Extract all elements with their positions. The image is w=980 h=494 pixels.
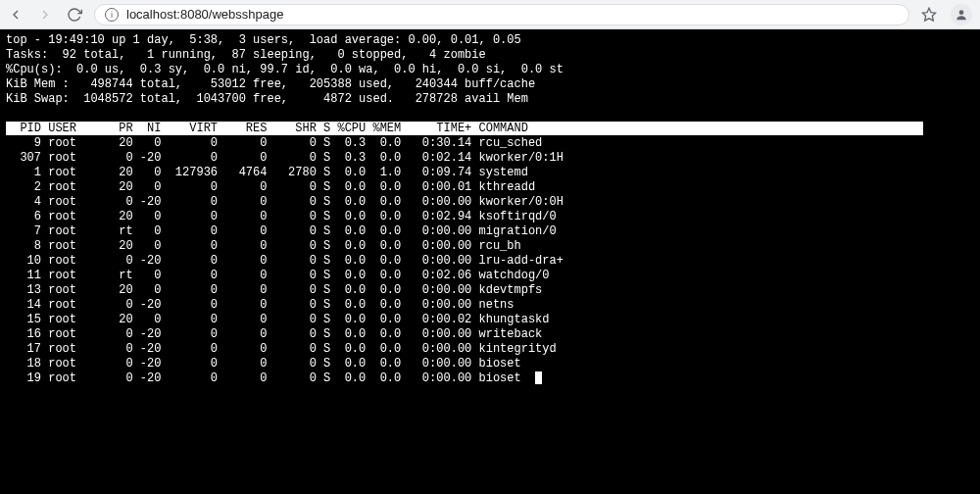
process-row: 19 root 0 -20 0 0 0 S 0.0 0.0 0:00.00 bi… — [6, 371, 521, 385]
process-row: 16 root 0 -20 0 0 0 S 0.0 0.0 0:00.00 wr… — [6, 327, 542, 341]
process-row: 9 root 20 0 0 0 0 S 0.3 0.0 0:30.14 rcu_… — [6, 136, 542, 150]
process-row: 17 root 0 -20 0 0 0 S 0.0 0.0 0:00.00 ki… — [6, 342, 557, 356]
process-row: 4 root 0 -20 0 0 0 S 0.0 0.0 0:00.00 kwo… — [6, 195, 564, 209]
process-row: 10 root 0 -20 0 0 0 S 0.0 0.0 0:00.00 lr… — [6, 254, 564, 268]
process-row: 1 root 20 0 127936 4764 2780 S 0.0 1.0 0… — [6, 166, 528, 179]
cursor — [535, 371, 542, 384]
svg-marker-0 — [922, 8, 935, 21]
process-row: 13 root 20 0 0 0 0 S 0.0 0.0 0:00.00 kde… — [6, 283, 542, 297]
process-row: 307 root 0 -20 0 0 0 S 0.3 0.0 0:02.14 k… — [6, 151, 564, 165]
address-bar[interactable]: i localhost:8080/websshpage — [94, 4, 909, 25]
star-icon[interactable] — [921, 7, 937, 23]
reload-icon[interactable] — [67, 7, 82, 23]
process-row: 14 root 0 -20 0 0 0 S 0.0 0.0 0:00.00 ne… — [6, 298, 514, 312]
site-info-icon[interactable]: i — [105, 8, 119, 22]
svg-point-1 — [959, 10, 964, 15]
process-row: 8 root 20 0 0 0 0 S 0.0 0.0 0:00.00 rcu_… — [6, 239, 521, 253]
process-row: 15 root 20 0 0 0 0 S 0.0 0.0 0:00.02 khu… — [6, 313, 550, 326]
process-row: 2 root 20 0 0 0 0 S 0.0 0.0 0:00.01 kthr… — [6, 180, 535, 194]
toolbar-right — [921, 4, 972, 25]
process-row: 6 root 20 0 0 0 0 S 0.0 0.0 0:02.94 ksof… — [6, 210, 557, 223]
url-text: localhost:8080/websshpage — [126, 7, 283, 22]
process-row: 18 root 0 -20 0 0 0 S 0.0 0.0 0:00.00 bi… — [6, 357, 521, 370]
back-icon[interactable] — [8, 7, 24, 23]
process-row: 11 root rt 0 0 0 0 S 0.0 0.0 0:02.06 wat… — [6, 269, 550, 282]
browser-toolbar: i localhost:8080/websshpage — [0, 0, 980, 29]
forward-icon[interactable] — [37, 7, 53, 23]
process-row: 7 root rt 0 0 0 0 S 0.0 0.0 0:00.00 migr… — [6, 224, 557, 238]
process-header: PID USER PR NI VIRT RES SHR S %CPU %MEM … — [6, 122, 923, 135]
terminal-output[interactable]: top - 19:49:10 up 1 day, 5:38, 3 users, … — [0, 29, 980, 494]
nav-buttons — [8, 7, 82, 23]
avatar-icon[interactable] — [951, 4, 972, 25]
